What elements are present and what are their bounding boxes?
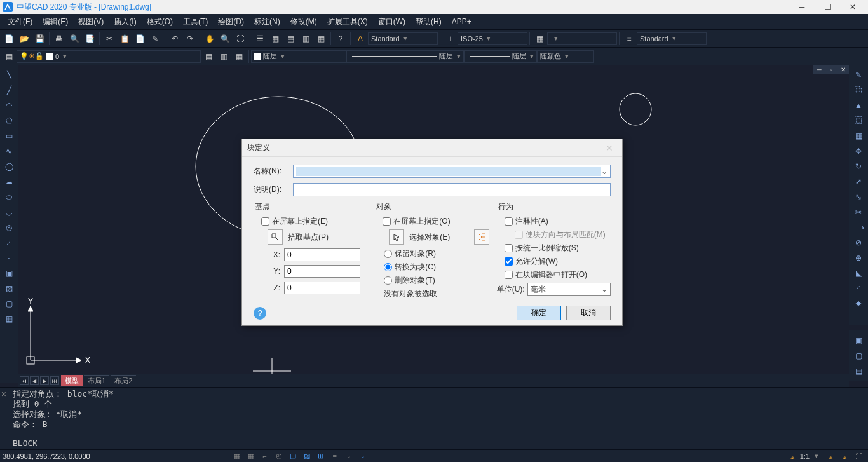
- annoauto-icon[interactable]: ⟁: [837, 451, 851, 462]
- ok-button[interactable]: 确定: [517, 306, 561, 320]
- textstyle-icon[interactable]: A: [353, 32, 367, 46]
- ortho-icon[interactable]: ⌐: [258, 451, 272, 462]
- join-icon[interactable]: ⊕: [851, 251, 865, 265]
- erase-icon[interactable]: ✎: [851, 68, 865, 82]
- chamfer-icon[interactable]: ◣: [851, 266, 865, 280]
- cycle-icon[interactable]: ▫: [342, 451, 356, 462]
- name-combo[interactable]: ⌄: [293, 165, 611, 178]
- layer-prev-icon[interactable]: ▤: [201, 50, 215, 64]
- stretch-icon[interactable]: ⤡: [851, 190, 865, 204]
- y-input[interactable]: [284, 265, 360, 278]
- calc-icon[interactable]: ▦: [314, 32, 328, 46]
- fillet-icon[interactable]: ◜: [851, 282, 865, 296]
- lineweight-select[interactable]: 随层▾: [464, 50, 537, 63]
- line-icon[interactable]: ╲: [2, 68, 16, 82]
- zoom-window-icon[interactable]: ⛶: [233, 32, 247, 46]
- menu-draw[interactable]: 绘图(D): [213, 14, 249, 29]
- sheetset-icon[interactable]: ▥: [299, 32, 313, 46]
- hatch-icon[interactable]: ▨: [2, 282, 16, 296]
- quickselect-button[interactable]: [474, 229, 489, 245]
- mlstyle-icon[interactable]: ≡: [622, 32, 636, 46]
- publish-icon[interactable]: 📑: [83, 32, 97, 46]
- extend-icon[interactable]: ⟶: [851, 221, 865, 234]
- layer-manager-icon[interactable]: ▤: [2, 50, 16, 64]
- select-objects-button[interactable]: [389, 229, 404, 245]
- scale-checkbox[interactable]: [505, 244, 513, 252]
- insert-block-icon[interactable]: ▣: [851, 334, 865, 348]
- blockedit-icon[interactable]: ▤: [851, 364, 865, 378]
- print-icon[interactable]: 🖶: [52, 32, 66, 46]
- lwt-icon[interactable]: ≡: [328, 451, 342, 462]
- convert-radio[interactable]: [384, 263, 392, 271]
- open-icon[interactable]: 📂: [17, 32, 31, 46]
- snap-icon[interactable]: ▦: [244, 451, 258, 462]
- toolpalettes-icon[interactable]: ▤: [283, 32, 297, 46]
- save-icon[interactable]: 💾: [32, 32, 46, 46]
- keep-radio[interactable]: [384, 250, 392, 258]
- help-icon[interactable]: ?: [254, 307, 266, 320]
- block-icon[interactable]: ▣: [2, 266, 16, 280]
- move-icon[interactable]: ✥: [851, 144, 865, 158]
- tab-next-icon[interactable]: ▶: [40, 376, 49, 385]
- tab-prev-icon[interactable]: ◀: [30, 376, 39, 385]
- annoscale-arrow-icon[interactable]: ▾: [810, 451, 824, 462]
- make-block-icon[interactable]: ▢: [851, 349, 865, 363]
- menu-insert[interactable]: 插入(I): [109, 14, 141, 29]
- menu-file[interactable]: 文件(F): [3, 14, 37, 29]
- tab-model[interactable]: 模型: [61, 375, 83, 386]
- mirror-icon[interactable]: ▲: [851, 99, 865, 112]
- array-icon[interactable]: ▦: [851, 129, 865, 143]
- polar-icon[interactable]: ◴: [272, 451, 286, 462]
- color-select[interactable]: 随层▾: [251, 50, 346, 63]
- properties-icon[interactable]: ☰: [253, 32, 267, 46]
- base-onscreen-checkbox[interactable]: [261, 217, 269, 226]
- tablestyle-icon[interactable]: ▦: [532, 32, 546, 46]
- pick-point-button[interactable]: [268, 229, 283, 245]
- model-icon[interactable]: ▫: [356, 451, 370, 462]
- menu-dim[interactable]: 标注(N): [249, 14, 285, 29]
- pan-icon[interactable]: ✋: [203, 32, 217, 46]
- desc-input[interactable]: [293, 183, 611, 196]
- menu-help[interactable]: 帮助(H): [410, 14, 447, 29]
- copy-mod-icon[interactable]: ⿻: [851, 83, 865, 97]
- maximize-button[interactable]: ☐: [815, 0, 840, 14]
- osnap-icon[interactable]: ▢: [286, 451, 300, 462]
- ellipsearc-icon[interactable]: ◡: [2, 205, 16, 219]
- polygon-icon[interactable]: ⬠: [2, 114, 16, 128]
- z-input[interactable]: [284, 282, 360, 294]
- menu-ext[interactable]: 扩展工具(X): [322, 14, 373, 29]
- break-icon[interactable]: ⊘: [851, 236, 865, 250]
- chevron-down-icon[interactable]: ⌄: [601, 167, 607, 176]
- preview-icon[interactable]: 🔍: [67, 32, 81, 46]
- matchprop-icon[interactable]: ✎: [148, 32, 162, 46]
- revcloud-icon[interactable]: ☁: [2, 175, 16, 189]
- spline-icon[interactable]: ∿: [2, 144, 16, 158]
- menu-modify[interactable]: 修改(M): [285, 14, 322, 29]
- menu-app[interactable]: APP+: [447, 14, 477, 29]
- x-input[interactable]: [284, 248, 360, 261]
- trim-icon[interactable]: ✂: [851, 205, 865, 219]
- help-icon[interactable]: ?: [334, 32, 348, 46]
- rotate-icon[interactable]: ↻: [851, 160, 865, 173]
- plotstyle-select[interactable]: 随颜色▾: [537, 50, 594, 63]
- layer-uniso-icon[interactable]: ▦: [232, 50, 246, 64]
- layer-select[interactable]: 💡 ☀ 🔓 0 ▾: [17, 50, 201, 63]
- close-button[interactable]: ✕: [840, 0, 865, 14]
- menu-window[interactable]: 窗口(W): [373, 14, 410, 29]
- paste-icon[interactable]: 📄: [133, 32, 147, 46]
- region-icon[interactable]: ▢: [2, 297, 16, 311]
- textstyle-select[interactable]: Standard▾: [368, 32, 438, 45]
- offset-icon[interactable]: ⿴: [851, 114, 865, 128]
- zoom-icon[interactable]: 🔍: [218, 32, 232, 46]
- obj-onscreen-checkbox[interactable]: [383, 217, 391, 226]
- ellipse-icon[interactable]: ⬭: [2, 190, 16, 204]
- annoscale-icon[interactable]: ⟁: [786, 451, 800, 462]
- dimstyle-icon[interactable]: ⟂: [443, 32, 457, 46]
- circle-icon[interactable]: ◯: [2, 160, 16, 173]
- linetype-select[interactable]: 随层▾: [346, 50, 464, 63]
- copy-icon[interactable]: 📋: [118, 32, 132, 46]
- tab-first-icon[interactable]: ⏮: [20, 376, 29, 385]
- scale-icon[interactable]: ⤢: [851, 175, 865, 189]
- pline-icon[interactable]: ⟋: [2, 236, 16, 250]
- dyn-icon[interactable]: ⊞: [314, 451, 328, 462]
